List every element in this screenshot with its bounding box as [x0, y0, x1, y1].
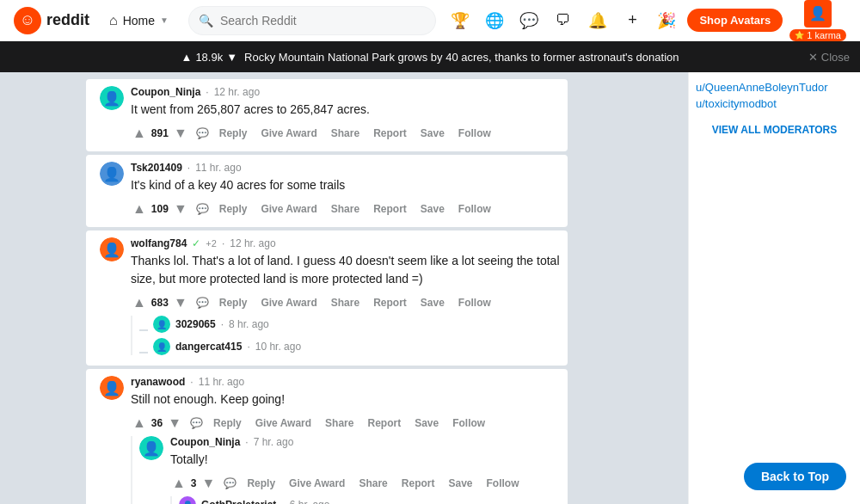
shop-avatars-button[interactable]: Shop Avatars [687, 9, 783, 32]
upvote-button[interactable]: ▲ [131, 124, 148, 143]
downvote-button[interactable]: ▼ [172, 200, 189, 218]
downvote-icon: ▼ [226, 51, 237, 64]
upvote-button[interactable]: ▲ [170, 474, 187, 493]
upvote-button[interactable]: ▲ [131, 414, 148, 433]
save-button[interactable]: Save [417, 293, 448, 312]
notification-icon[interactable]: 🔔 [584, 7, 611, 34]
upvote-button[interactable]: ▲ [131, 200, 148, 218]
nested-text: Totally! [170, 451, 561, 469]
avatar-image: 👤 [100, 162, 124, 186]
comment-author: wolfang784 [131, 237, 187, 249]
nested-time: 10 hr. ago [255, 341, 301, 353]
save-button[interactable]: Save [411, 414, 442, 433]
header-actions: 🏆 🌐 💬 🗩 🔔 + 🎉 Shop Avatars 👤 ⭐ 1 karma [446, 0, 846, 41]
comment: 👤 Tsk201409 · 11 hr. ago It's kind of a … [100, 162, 561, 218]
trending-icon[interactable]: 🏆 [446, 7, 474, 34]
view-all-moderators-button[interactable]: VIEW ALL MODERATORS [696, 119, 853, 141]
comment-text: Thanks lol. That's a lot of land. I gues… [131, 252, 561, 288]
announcement-text: Rocky Mountain National Park grows by 40… [244, 51, 679, 64]
comment-card: 👤 ryanawood · 11 hr. ago Still not enoug… [86, 369, 568, 504]
report-button[interactable]: Report [398, 474, 439, 493]
save-button[interactable]: Save [417, 124, 448, 143]
reply-button[interactable]: Reply [216, 124, 251, 143]
save-button[interactable]: Save [417, 200, 448, 218]
report-button[interactable]: Report [364, 414, 404, 433]
downvote-button[interactable]: ▼ [172, 293, 189, 312]
upvote-button[interactable]: ▲ [131, 293, 148, 312]
coins-icon[interactable]: 🎉 [653, 7, 680, 34]
give-award-button[interactable]: Give Award [257, 124, 320, 143]
follow-button[interactable]: Follow [455, 200, 494, 218]
comment-time: 12 hr. ago [214, 86, 260, 98]
vote-count: 683 [151, 297, 169, 309]
user-menu[interactable]: 👤 ⭐ 1 karma [789, 0, 846, 41]
downvote-button[interactable]: ▼ [166, 414, 183, 433]
save-button[interactable]: Save [445, 474, 476, 493]
mod-icon: ✓ [192, 237, 200, 249]
comment-meta: Coupon_Ninja · 12 hr. ago [131, 86, 561, 98]
announcement-bar: ▲ 18.9k ▼ Rocky Mountain National Park g… [0, 41, 860, 72]
downvote-button[interactable]: ▼ [200, 474, 218, 493]
reply-button[interactable]: Reply [216, 293, 251, 312]
nested-author: GothProletariat [201, 499, 276, 504]
follow-button[interactable]: Follow [449, 414, 488, 433]
share-button[interactable]: Share [322, 414, 357, 433]
back-to-top-button[interactable]: Back to Top [744, 463, 846, 490]
report-button[interactable]: Report [370, 124, 410, 143]
nested-separator: · [221, 318, 224, 330]
nested-avatar: 👤 [153, 316, 170, 333]
nested-comment-body: Coupon_Ninja · 7 hr. ago Totally! ▲ 3 ▼ … [170, 436, 561, 493]
home-button[interactable]: ⌂ Home ▼ [100, 7, 178, 34]
nested-level1: 👤 Coupon_Ninja · 7 hr. ago Totally! ▲ [131, 436, 561, 504]
comment-actions: ▲ 109 ▼ 💬 Reply Give Award Share Report … [131, 200, 561, 218]
reply-icon: 💬 [196, 127, 209, 139]
chat-icon[interactable]: 💬 [515, 7, 543, 34]
star-icon: ⭐ [795, 31, 804, 40]
downvote-button[interactable]: ▼ [172, 124, 189, 143]
avatar-image: 👤 [100, 237, 124, 261]
moderator-link-2[interactable]: u/toxicitymodbot [696, 95, 853, 112]
thread-connector [139, 317, 148, 331]
give-award-button[interactable]: Give Award [257, 200, 320, 218]
comment-time: · [206, 86, 208, 98]
share-button[interactable]: Share [328, 200, 363, 218]
give-award-button[interactable]: Give Award [257, 293, 320, 312]
search-icon: 🔍 [199, 14, 213, 28]
comment-meta: ryanawood · 11 hr. ago [131, 376, 561, 388]
vote-section: ▲ 36 ▼ [131, 414, 183, 433]
report-button[interactable]: Report [370, 293, 410, 312]
comment-body: ryanawood · 11 hr. ago Still not enough.… [131, 376, 561, 433]
follow-button[interactable]: Follow [483, 474, 523, 493]
moderator-link-1[interactable]: u/QueenAnneBoleynTudor [696, 79, 853, 95]
comment-body: Coupon_Ninja · 12 hr. ago It went from 2… [131, 86, 561, 143]
comment-card: 👤 wolfang784 ✓ +2 · 12 hr. ago Thanks lo… [86, 230, 568, 366]
close-announcement-button[interactable]: ✕ Close [808, 51, 850, 64]
nested-meta: Coupon_Ninja · 7 hr. ago [170, 436, 561, 448]
vote-section: ▲ 891 ▼ [131, 124, 189, 143]
search-input[interactable] [188, 6, 436, 35]
comment-author: Coupon_Ninja [131, 86, 200, 98]
plus-icon[interactable]: + [618, 7, 646, 34]
comment-meta: wolfang784 ✓ +2 · 12 hr. ago [131, 237, 561, 249]
give-award-button[interactable]: Give Award [252, 414, 315, 433]
comment-body: Tsk201409 · 11 hr. ago It's kind of a ke… [131, 162, 561, 218]
share-button[interactable]: Share [355, 474, 390, 493]
nested-comments: 👤 3029065 · 8 hr. ago 👤 dangercat415 · 1… [131, 316, 561, 355]
share-button[interactable]: Share [328, 124, 363, 143]
message-icon[interactable]: 🗩 [550, 7, 577, 34]
nested-author: Coupon_Ninja [170, 436, 240, 448]
avatar: 👤 [100, 86, 124, 110]
reply-button[interactable]: Reply [216, 200, 251, 218]
follow-button[interactable]: Follow [455, 124, 494, 143]
give-award-button[interactable]: Give Award [286, 474, 348, 493]
follow-button[interactable]: Follow [455, 293, 494, 312]
comment-actions: ▲ 36 ▼ 💬 Reply Give Award Share Report S… [131, 414, 561, 433]
reply-button[interactable]: Reply [243, 474, 279, 493]
community-icon[interactable]: 🌐 [481, 7, 508, 34]
share-button[interactable]: Share [328, 293, 363, 312]
report-button[interactable]: Report [370, 200, 410, 218]
comment-separator: · [187, 162, 190, 174]
comment-time: 11 hr. ago [195, 162, 241, 174]
reply-button[interactable]: Reply [210, 414, 245, 433]
nested-avatar: 👤 [179, 496, 196, 504]
